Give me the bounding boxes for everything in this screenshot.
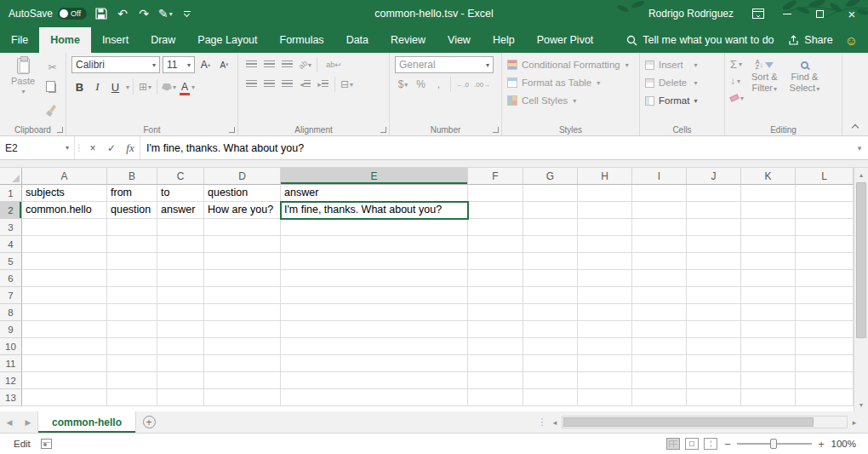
row-header-1[interactable]: 1	[0, 185, 22, 202]
decrease-font-size-button[interactable]: A▾	[216, 56, 232, 73]
cell-G1[interactable]	[523, 185, 578, 202]
column-header-D[interactable]: D	[204, 168, 281, 185]
cell-G13[interactable]	[523, 389, 578, 406]
row-header-2[interactable]: 2	[0, 202, 22, 219]
cell-K10[interactable]	[741, 338, 796, 355]
cell-C11[interactable]	[157, 355, 204, 372]
cell-C2[interactable]: answer	[157, 202, 204, 219]
cell-A11[interactable]	[22, 355, 107, 372]
cell-H13[interactable]	[578, 389, 632, 406]
cell-B10[interactable]	[107, 338, 157, 355]
new-sheet-button[interactable]: +	[136, 411, 162, 433]
tab-home[interactable]: Home	[39, 27, 91, 53]
cell-E10[interactable]	[281, 338, 468, 355]
zoom-out-button[interactable]: −	[720, 438, 735, 451]
cell-H6[interactable]	[578, 270, 632, 287]
scroll-left-icon[interactable]: ◂	[548, 418, 562, 427]
cell-C4[interactable]	[157, 236, 204, 253]
cell-E9[interactable]	[281, 321, 468, 338]
cell-F5[interactable]	[468, 253, 523, 270]
cell-I8[interactable]	[632, 304, 687, 321]
cell-K13[interactable]	[741, 389, 796, 406]
cell-K5[interactable]	[741, 253, 796, 270]
cell-C9[interactable]	[157, 321, 204, 338]
font-size-select[interactable]: 11 ▾	[163, 56, 195, 73]
accounting-format-button[interactable]: $▾	[395, 76, 411, 93]
row-header-8[interactable]: 8	[0, 304, 22, 321]
cell-D7[interactable]	[204, 287, 281, 304]
cell-G4[interactable]	[523, 236, 578, 253]
cell-B5[interactable]	[107, 253, 157, 270]
cell-K9[interactable]	[741, 321, 796, 338]
cell-E7[interactable]	[281, 287, 468, 304]
horizontal-scroll-thumb[interactable]	[563, 417, 814, 427]
cell-J6[interactable]	[687, 270, 741, 287]
page-break-view-button[interactable]	[704, 438, 717, 450]
cell-C8[interactable]	[157, 304, 204, 321]
maximize-button[interactable]	[803, 0, 836, 27]
cell-H12[interactable]	[578, 372, 632, 389]
horizontal-scrollbar[interactable]: ◂ ▸	[548, 411, 861, 433]
cell-styles-button[interactable]: Cell Styles ▾	[507, 92, 629, 109]
cell-I1[interactable]	[632, 185, 687, 202]
cell-C13[interactable]	[157, 389, 204, 406]
cell-J13[interactable]	[687, 389, 741, 406]
cell-F6[interactable]	[468, 270, 523, 287]
cell-E1[interactable]: answer	[281, 185, 468, 202]
cell-F1[interactable]	[468, 185, 523, 202]
cell-I11[interactable]	[632, 355, 687, 372]
column-header-E[interactable]: E	[281, 168, 468, 185]
cell-D10[interactable]	[204, 338, 281, 355]
tell-me-box[interactable]: Tell me what you want to do	[626, 27, 774, 53]
formula-bar-resize-handle[interactable]: ⋮	[75, 136, 83, 159]
cell-G8[interactable]	[523, 304, 578, 321]
cell-F4[interactable]	[468, 236, 523, 253]
cell-L13[interactable]	[796, 389, 854, 406]
borders-button[interactable]: ⊞▾	[137, 78, 153, 95]
cell-I6[interactable]	[632, 270, 687, 287]
horizontal-scroll-track[interactable]	[562, 416, 848, 428]
cell-K4[interactable]	[741, 236, 796, 253]
cell-B13[interactable]	[107, 389, 157, 406]
zoom-thumb[interactable]	[770, 439, 777, 449]
sheet-tab-common-hello[interactable]: common-hello	[37, 411, 136, 433]
cell-D2[interactable]: How are you?	[204, 202, 281, 219]
cell-E6[interactable]	[281, 270, 468, 287]
cell-B3[interactable]	[107, 219, 157, 236]
cell-B11[interactable]	[107, 355, 157, 372]
feedback-smiley-button[interactable]: ☺	[843, 27, 868, 53]
column-header-C[interactable]: C	[157, 168, 204, 185]
cell-A9[interactable]	[22, 321, 107, 338]
align-top-button[interactable]	[243, 56, 260, 73]
align-middle-button[interactable]	[261, 56, 277, 73]
increase-indent-button[interactable]: ▸	[315, 76, 331, 93]
tab-review[interactable]: Review	[380, 27, 437, 53]
cell-A1[interactable]: subjects	[22, 185, 107, 202]
vertical-scrollbar[interactable]: ▴ ▾	[854, 168, 868, 411]
cell-B6[interactable]	[107, 270, 157, 287]
normal-view-button[interactable]	[666, 438, 680, 450]
cell-A4[interactable]	[22, 236, 107, 253]
cell-I10[interactable]	[632, 338, 687, 355]
cell-E8[interactable]	[281, 304, 468, 321]
cell-F3[interactable]	[468, 219, 523, 236]
underline-button[interactable]: U	[107, 78, 123, 95]
cell-G2[interactable]	[523, 202, 578, 219]
percent-style-button[interactable]: %	[413, 76, 429, 93]
cell-J4[interactable]	[687, 236, 741, 253]
cell-G12[interactable]	[523, 372, 578, 389]
ribbon-display-options-button[interactable]	[745, 0, 771, 27]
tab-power-pivot[interactable]: Power Pivot	[526, 27, 605, 53]
insert-function-button[interactable]: fx	[121, 136, 140, 159]
pen-mode-button[interactable]: ✎▾	[158, 4, 173, 23]
bold-button[interactable]: B	[71, 78, 88, 95]
font-name-select[interactable]: Calibri ▾	[71, 56, 160, 73]
cell-A2[interactable]: common.hello	[22, 202, 107, 219]
row-header-3[interactable]: 3	[0, 219, 22, 236]
font-dialog-launcher[interactable]	[229, 127, 235, 133]
cell-G10[interactable]	[523, 338, 578, 355]
cell-C3[interactable]	[157, 219, 204, 236]
cell-C6[interactable]	[157, 270, 204, 287]
italic-button[interactable]: I	[89, 78, 106, 95]
delete-cells-button[interactable]: Delete ▾	[645, 74, 697, 91]
